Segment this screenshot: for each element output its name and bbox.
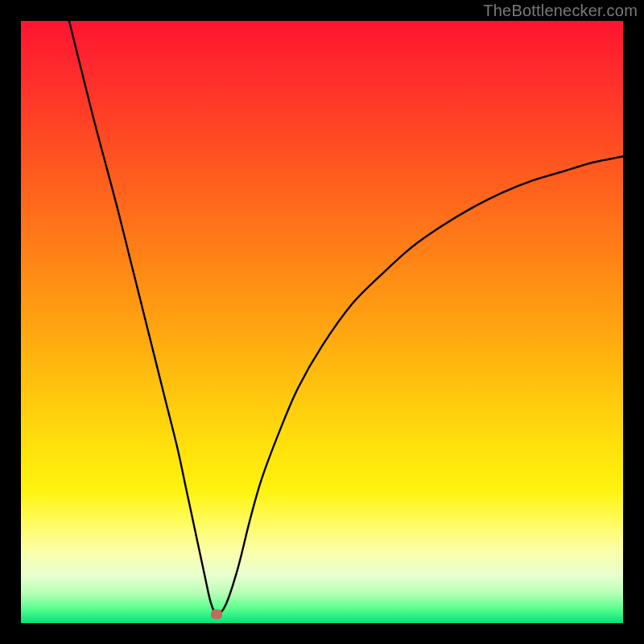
minimum-marker	[211, 609, 222, 619]
chart-frame: TheBottlenecker.com	[0, 0, 644, 644]
bottleneck-curve	[21, 21, 623, 623]
plot-area	[21, 21, 623, 623]
attribution-text: TheBottlenecker.com	[483, 2, 638, 20]
